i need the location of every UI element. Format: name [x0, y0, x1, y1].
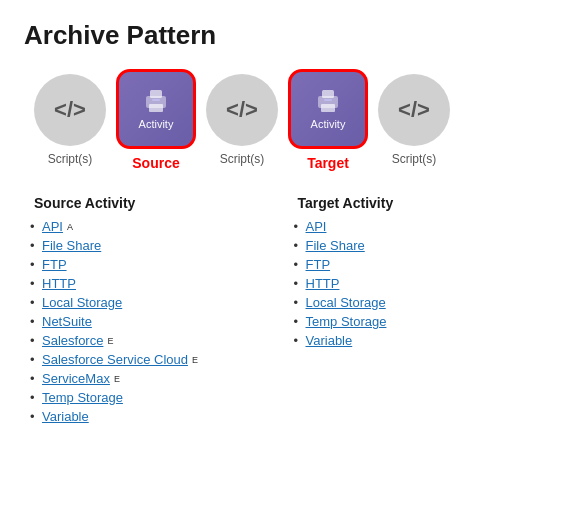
- source-activity-link[interactable]: API: [42, 219, 63, 234]
- list-item: Local Storage: [34, 295, 298, 310]
- list-item: Salesforce Service CloudE: [34, 352, 298, 367]
- source-label: Source: [132, 155, 179, 171]
- list-item: ServiceMaxE: [34, 371, 298, 386]
- target-activity-link[interactable]: Local Storage: [306, 295, 386, 310]
- target-activity-link[interactable]: File Share: [306, 238, 365, 253]
- list-item: Temp Storage: [34, 390, 298, 405]
- source-activity-link[interactable]: FTP: [42, 257, 67, 272]
- list-item: HTTP: [298, 276, 562, 291]
- script-circle-left: </>: [34, 74, 106, 146]
- target-activity-link[interactable]: HTTP: [306, 276, 340, 291]
- list-item: File Share: [34, 238, 298, 253]
- source-activity-link[interactable]: ServiceMax: [42, 371, 110, 386]
- target-label: Target: [307, 155, 349, 171]
- target-activity-link[interactable]: Variable: [306, 333, 353, 348]
- scripts-middle-label: Script(s): [220, 152, 265, 166]
- script-icon-middle: </>: [226, 97, 258, 123]
- list-item: Temp Storage: [298, 314, 562, 329]
- list-item: APIA: [34, 219, 298, 234]
- scripts-left-label: Script(s): [48, 152, 93, 166]
- source-activity-column: Source Activity APIAFile ShareFTPHTTPLoc…: [34, 195, 298, 428]
- svg-rect-7: [324, 99, 332, 101]
- list-item: NetSuite: [34, 314, 298, 329]
- list-item: File Share: [298, 238, 562, 253]
- source-activity-link[interactable]: NetSuite: [42, 314, 92, 329]
- list-item: HTTP: [34, 276, 298, 291]
- target-activity-link[interactable]: Temp Storage: [306, 314, 387, 329]
- target-activity-box: Activity: [288, 69, 368, 149]
- svg-rect-5: [322, 90, 334, 98]
- list-item: Variable: [34, 409, 298, 424]
- list-item: Local Storage: [298, 295, 562, 310]
- target-activity-link[interactable]: FTP: [306, 257, 331, 272]
- svg-rect-1: [150, 90, 162, 98]
- svg-rect-3: [152, 99, 160, 101]
- svg-rect-6: [321, 104, 335, 112]
- source-activity-label: Activity: [139, 118, 174, 130]
- source-activity-link[interactable]: Salesforce Service Cloud: [42, 352, 188, 367]
- node-scripts-middle: </> Script(s): [206, 74, 278, 166]
- diagram-row: </> Script(s) Activity Source </> Script…: [24, 69, 561, 171]
- target-activity-heading: Target Activity: [298, 195, 562, 211]
- source-activity-link[interactable]: Variable: [42, 409, 89, 424]
- target-activity-list: APIFile ShareFTPHTTPLocal StorageTemp St…: [298, 219, 562, 348]
- source-activity-link[interactable]: File Share: [42, 238, 101, 253]
- printer-icon-source: [142, 88, 170, 114]
- source-activity-heading: Source Activity: [34, 195, 298, 211]
- script-icon-right: </>: [398, 97, 430, 123]
- content-area: Source Activity APIAFile ShareFTPHTTPLoc…: [24, 195, 561, 428]
- list-item: FTP: [298, 257, 562, 272]
- node-scripts-right: </> Script(s): [378, 74, 450, 166]
- script-circle-right: </>: [378, 74, 450, 146]
- source-activity-list: APIAFile ShareFTPHTTPLocal StorageNetSui…: [34, 219, 298, 424]
- script-icon-left: </>: [54, 97, 86, 123]
- node-scripts-left: </> Script(s): [34, 74, 106, 166]
- page-title: Archive Pattern: [24, 20, 561, 51]
- superscript-label: E: [192, 355, 198, 365]
- superscript-label: A: [67, 222, 73, 232]
- list-item: FTP: [34, 257, 298, 272]
- source-activity-link[interactable]: HTTP: [42, 276, 76, 291]
- node-source: Activity Source: [116, 69, 196, 171]
- superscript-label: E: [114, 374, 120, 384]
- superscript-label: E: [107, 336, 113, 346]
- source-activity-link[interactable]: Local Storage: [42, 295, 122, 310]
- source-activity-link[interactable]: Temp Storage: [42, 390, 123, 405]
- printer-icon-target: [314, 88, 342, 114]
- target-activity-link[interactable]: API: [306, 219, 327, 234]
- node-target: Activity Target: [288, 69, 368, 171]
- source-activity-link[interactable]: Salesforce: [42, 333, 103, 348]
- list-item: API: [298, 219, 562, 234]
- list-item: SalesforceE: [34, 333, 298, 348]
- list-item: Variable: [298, 333, 562, 348]
- script-circle-middle: </>: [206, 74, 278, 146]
- source-activity-box: Activity: [116, 69, 196, 149]
- target-activity-label: Activity: [311, 118, 346, 130]
- svg-rect-2: [149, 104, 163, 112]
- target-activity-column: Target Activity APIFile ShareFTPHTTPLoca…: [298, 195, 562, 428]
- scripts-right-label: Script(s): [392, 152, 437, 166]
